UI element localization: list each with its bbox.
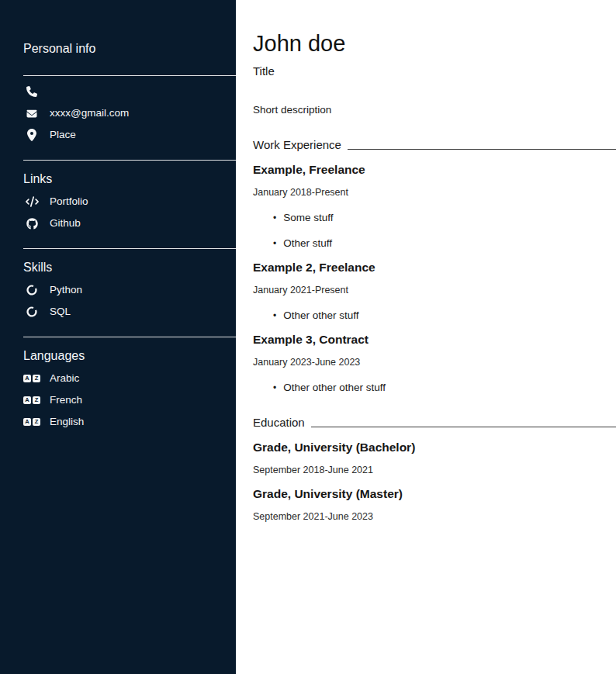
divider xyxy=(23,75,236,76)
personal-info-heading: Personal info xyxy=(23,41,236,56)
summary-text: Short description xyxy=(253,104,616,116)
divider xyxy=(23,248,236,249)
language-row: A Z English xyxy=(23,416,236,428)
language-icon: A Z xyxy=(23,418,40,426)
education-heading: Education xyxy=(253,416,305,430)
education-entry-period: September 2021-June 2023 xyxy=(253,511,616,523)
skill-row: Python xyxy=(23,284,236,296)
bullet-item: Other other other stuff xyxy=(273,382,616,394)
language-icon-letter: Z xyxy=(33,418,40,426)
education-entry: Grade, University (Bachelor) September 2… xyxy=(253,440,616,476)
skill-row: SQL xyxy=(23,306,236,318)
section-rule xyxy=(348,149,616,150)
place-label: Place xyxy=(50,129,76,141)
education-entry-title: Grade, University (Master) xyxy=(253,486,616,501)
skill-label: SQL xyxy=(50,306,71,318)
language-row: A Z French xyxy=(23,394,236,406)
language-icon: A Z xyxy=(23,375,40,382)
work-entry-period: January 2023-June 2023 xyxy=(253,357,616,368)
education-entry: Grade, University (Master) September 202… xyxy=(253,486,616,523)
bullet-item: Other stuff xyxy=(273,237,616,250)
work-entry-bullets: Other other stuff xyxy=(253,309,616,322)
circle-notch-icon xyxy=(23,285,40,296)
language-row: A Z Arabic xyxy=(23,372,236,385)
work-entry-period: January 2018-Present xyxy=(253,187,616,199)
work-entry-bullets: Some stuff Other stuff xyxy=(253,212,616,250)
language-icon-letter: A xyxy=(23,375,31,382)
github-icon xyxy=(23,218,40,230)
bullet-item: Other other stuff xyxy=(273,309,616,322)
portfolio-link-row[interactable]: Portfolio xyxy=(23,195,236,208)
sidebar: Personal info xxxx@gmail.com Place Links… xyxy=(0,0,236,674)
work-entry: Example 3, Contract January 2023-June 20… xyxy=(253,332,616,394)
map-marker-icon xyxy=(23,129,40,141)
envelope-icon xyxy=(23,109,40,119)
language-icon-letter: A xyxy=(23,418,31,426)
phone-icon xyxy=(23,86,40,97)
email-label: xxxx@gmail.com xyxy=(50,107,129,119)
work-experience-section-header: Work Experience xyxy=(253,138,616,152)
place-row: Place xyxy=(23,129,236,141)
circle-notch-icon xyxy=(23,306,40,317)
github-link-label[interactable]: Github xyxy=(50,217,81,230)
email-row: xxxx@gmail.com xyxy=(23,107,236,119)
language-icon-letter: A xyxy=(23,396,31,404)
section-rule xyxy=(311,427,616,427)
code-icon xyxy=(23,196,40,207)
education-entry-title: Grade, University (Bachelor) xyxy=(253,440,616,455)
language-label: English xyxy=(50,416,84,428)
work-experience-heading: Work Experience xyxy=(253,138,341,152)
languages-heading: Languages xyxy=(23,348,236,363)
work-entry: Example 2, Freelance January 2021-Presen… xyxy=(253,260,616,322)
links-heading: Links xyxy=(23,171,236,186)
language-icon-letter: Z xyxy=(33,375,40,382)
language-label: Arabic xyxy=(50,372,79,385)
work-entry-title: Example, Freelance xyxy=(253,162,616,177)
work-entry: Example, Freelance January 2018-Present … xyxy=(253,162,616,250)
work-entry-title: Example 3, Contract xyxy=(253,332,616,347)
language-label: French xyxy=(50,394,82,406)
language-icon-letter: Z xyxy=(33,396,40,404)
education-section-header: Education xyxy=(253,416,616,430)
work-entry-period: January 2021-Present xyxy=(253,285,616,296)
education-entry-period: September 2018-June 2021 xyxy=(253,465,616,476)
work-entry-title: Example 2, Freelance xyxy=(253,260,616,275)
work-entry-bullets: Other other other stuff xyxy=(253,382,616,394)
divider xyxy=(23,337,236,337)
divider xyxy=(23,160,236,161)
bullet-item: Some stuff xyxy=(273,212,616,224)
skill-label: Python xyxy=(50,284,82,296)
skills-heading: Skills xyxy=(23,260,236,275)
portfolio-link-label[interactable]: Portfolio xyxy=(50,195,88,208)
job-title: Title xyxy=(253,64,616,78)
github-link-row[interactable]: Github xyxy=(23,217,236,230)
phone-row xyxy=(23,85,236,98)
resume-body: John doe Title Short description Work Ex… xyxy=(236,0,616,674)
language-icon: A Z xyxy=(23,396,40,404)
page-title: John doe xyxy=(253,31,616,57)
